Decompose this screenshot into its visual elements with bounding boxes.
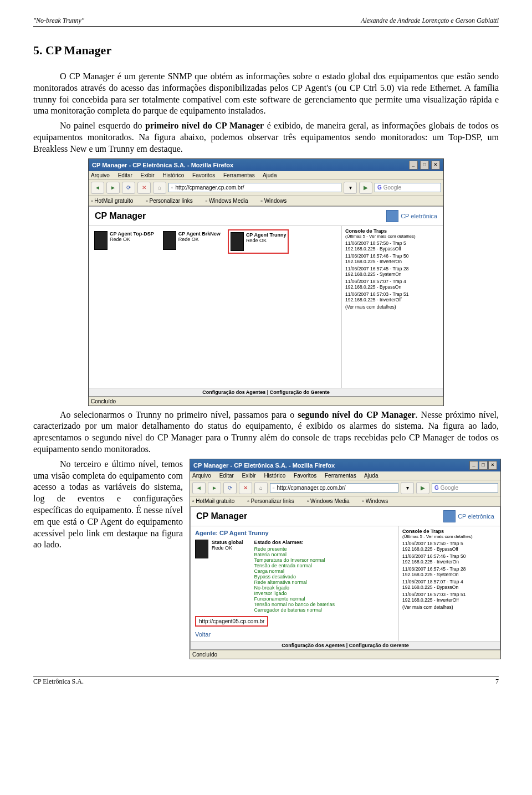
minimize-button[interactable]: _ [409, 161, 418, 170]
reload-button[interactable]: ⟳ [223, 482, 237, 494]
minimize-button[interactable]: _ [469, 461, 478, 470]
trap-item: 11/06/2007 18:57:07 - Trap 4192.168.0.22… [402, 579, 497, 590]
window-buttons: _ □ × [408, 161, 440, 170]
alarm-item: Rede alternativa normal [254, 579, 335, 585]
paragraph-1: O CP Manager é um gerente SNMP que obtém… [33, 71, 499, 117]
trap-item: 11/06/2007 16:57:46 - Trap 50192.168.0.2… [402, 553, 497, 565]
traps-more[interactable]: (Ver mais com detalhes) [345, 304, 439, 310]
agent-trunny[interactable]: CP Agent TrunnyRede OK [228, 229, 289, 254]
traps-more[interactable]: (Ver mais com detalhes) [402, 604, 497, 610]
ups-icon [231, 232, 244, 251]
brand-icon [386, 210, 398, 222]
alarm-item: Temperatura do Inversor normal [254, 557, 335, 563]
status-bar: Concluído [190, 650, 500, 659]
menu-historico[interactable]: Histórico [264, 473, 285, 479]
cpmanager-logo: CP Manager [196, 511, 247, 521]
alarm-item: Carregador de baterias normal [254, 607, 335, 613]
close-button[interactable]: × [488, 461, 497, 470]
close-button[interactable]: × [431, 161, 440, 170]
search-input[interactable]: G Google [375, 183, 441, 192]
menu-exibir[interactable]: Exibir [141, 172, 155, 178]
footer-company: CP Eletrônica S.A. [33, 678, 84, 686]
bookmarks-bar: ▫ HotMail gratuito ▫ Personalizar links … [190, 496, 500, 506]
menu-ajuda[interactable]: Ajuda [263, 172, 277, 178]
trap-item: 11/06/2007 18:57:50 - Trap 5192.168.0.22… [345, 240, 439, 252]
menu-editar[interactable]: Editar [219, 473, 234, 479]
screenshot-cpmanager-level2: CP Manager - CP Eletrônica S.A. - Mozill… [190, 459, 501, 659]
trap-item: 11/06/2007 16:57:45 - Trap 28192.168.0.2… [402, 566, 497, 577]
alarm-item: Bypass desativado [254, 574, 335, 579]
window-title: CP Manager - CP Eletrônica S.A. - Mozill… [92, 162, 233, 168]
bm-hotmail[interactable]: ▫ HotMail gratuito [192, 498, 240, 504]
url-text: http://cpmanager.cp.com.br/ [176, 184, 244, 191]
forward-button[interactable]: ► [208, 482, 221, 494]
forward-button[interactable]: ► [106, 182, 120, 194]
bm-winmedia[interactable]: ▫ Windows Media [206, 198, 254, 204]
cp-eletronica-brand: CP eletrônica [386, 210, 437, 222]
trap-item: 11/06/2007 18:57:50 - Trap 5192.168.0.22… [402, 541, 497, 552]
back-button[interactable]: ◄ [192, 482, 206, 494]
ups-icon [195, 540, 208, 558]
search-placeholder: Google [383, 184, 401, 191]
menu-editar[interactable]: Editar [118, 172, 132, 178]
voltar-link[interactable]: Voltar [195, 631, 394, 638]
google-icon: G [377, 184, 382, 191]
go-button[interactable]: ▶ [359, 182, 372, 194]
bm-personalizar[interactable]: ▫ Personalizar links [146, 198, 198, 204]
stop-button[interactable]: ✕ [137, 182, 151, 194]
agent-topdsp[interactable]: CP Agent Top-DSPRede OK [93, 229, 156, 252]
url-dropdown[interactable]: ▾ [401, 482, 414, 494]
traps-console: Console de Traps (Últimas 5 - Ver mais c… [398, 526, 500, 641]
reload-button[interactable]: ⟳ [122, 182, 135, 194]
bm-windows[interactable]: ▫ Windows [362, 498, 393, 504]
home-button[interactable]: ⌂ [153, 182, 166, 194]
menu-ferramentas[interactable]: Ferramentas [325, 473, 356, 479]
menu-arquivo[interactable]: Arquivo [91, 172, 110, 178]
ups-icon [94, 231, 108, 250]
traps-console: Console de Traps (Últimas 5 - Ver mais c… [341, 226, 443, 388]
alarm-item: Rede presente [254, 546, 335, 552]
window-title: CP Manager - CP Eletrônica S.A. - Mozill… [193, 462, 335, 469]
home-button[interactable]: ⌂ [254, 482, 268, 494]
paragraph-2: No painel esquerdo do primeiro nível do … [33, 120, 499, 155]
url-input[interactable]: ▫http://cpmanager.cp.com.br/ [270, 483, 398, 493]
agent-detail-panel: Agente: CP Agent Trunny Status globalRed… [191, 526, 398, 641]
menu-favoritos[interactable]: Favoritos [294, 473, 316, 479]
menu-bar: Arquivo Editar Exibir Histórico Favorito… [190, 471, 500, 480]
agent-brknew[interactable]: CP Agent BrkNewRede OK [161, 229, 222, 252]
stop-button[interactable]: ✕ [239, 482, 252, 494]
trap-item: 11/06/2007 18:57:07 - Trap 4192.168.0.22… [345, 279, 439, 290]
cpmanager-logo: CP Manager [95, 211, 146, 221]
menu-historico[interactable]: Histórico [162, 172, 184, 178]
menu-arquivo[interactable]: Arquivo [192, 473, 211, 479]
back-button[interactable]: ◄ [91, 182, 104, 194]
header-left: "No-break Trunny" [33, 17, 84, 25]
bm-windows[interactable]: ▫ Windows [260, 198, 292, 204]
menu-ajuda[interactable]: Ajuda [364, 473, 378, 479]
url-input[interactable]: ▫ http://cpmanager.cp.com.br/ [168, 183, 341, 192]
page-footer: CP Eletrônica S.A. 7 [33, 676, 499, 686]
menu-ferramentas[interactable]: Ferramentas [223, 172, 255, 178]
google-icon: G [434, 485, 439, 491]
alarm-item: No-break ligado [254, 585, 335, 591]
bm-winmedia[interactable]: ▫ Windows Media [307, 498, 355, 504]
menu-exibir[interactable]: Exibir [242, 473, 256, 479]
alarm-item: Inversor ligado [254, 591, 335, 596]
cp-eletronica-brand: CP eletrônica [443, 510, 494, 522]
url-dropdown[interactable]: ▾ [344, 182, 357, 194]
go-button[interactable]: ▶ [416, 482, 429, 494]
agent-link[interactable]: http://cpagent05.cp.com.br [195, 616, 268, 627]
config-bar[interactable]: Configuração dos Agentes | Configuração … [191, 641, 500, 649]
paragraph-4: No terceiro e último nível, temos uma vi… [33, 459, 183, 551]
maximize-button[interactable]: □ [479, 461, 488, 470]
maximize-button[interactable]: □ [420, 161, 429, 170]
menu-bar: Arquivo Editar Exibir Histórico Favorito… [89, 171, 443, 180]
config-bar[interactable]: Configuração dos Agentes | Configuração … [89, 388, 443, 396]
bm-hotmail[interactable]: ▫ HotMail gratuito [91, 198, 139, 204]
menu-favoritos[interactable]: Favoritos [192, 172, 215, 178]
bm-personalizar[interactable]: ▫ Personalizar links [247, 498, 300, 504]
header-right: Alexandre de Andrade Lorençato e Gerson … [361, 17, 499, 25]
trap-item: 11/06/2007 16:57:45 - Trap 28192.168.0.2… [345, 266, 439, 277]
alarm-item: Carga normal [254, 568, 335, 574]
search-input[interactable]: GGoogle [432, 483, 498, 493]
